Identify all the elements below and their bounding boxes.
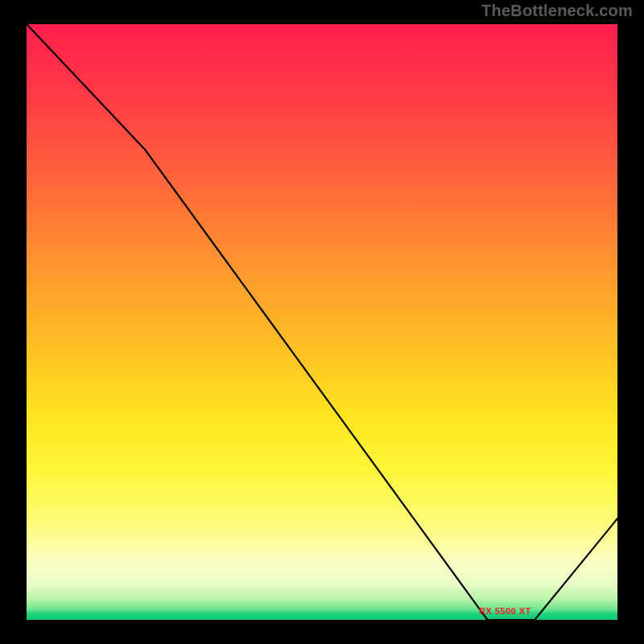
plot-area: RX 5500 XT [27,24,617,620]
attribution-label: TheBottleneck.com [481,2,633,20]
chart-svg [27,24,617,620]
gpu-marker-label: RX 5500 XT [479,606,531,616]
chart-frame: TheBottleneck.com RX 5500 XT [0,0,644,644]
bottleneck-curve [27,24,617,620]
